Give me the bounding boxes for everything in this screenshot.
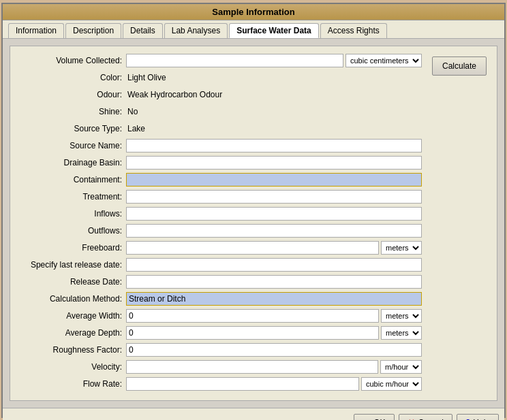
bottom-bar: ✔ OK ✖ Cancel ? Help [3,408,504,421]
velocity-label: Velocity: [17,362,126,372]
average-width-row: Average Width: meters feet [17,308,422,323]
flow-rate-input-group: cubic m/hour cubic ft/hour [126,377,422,391]
shine-value: No [126,107,422,116]
release-date-input[interactable] [126,275,422,289]
ok-button[interactable]: ✔ OK [354,414,394,421]
roughness-factor-label: Roughness Factor: [17,345,126,355]
drainage-basin-label: Drainage Basin: [17,158,126,167]
volume-collected-row: Volume Collected: cubic centimeters lite… [17,53,422,68]
cancel-button[interactable]: ✖ Cancel [399,414,452,421]
shine-label: Shine: [17,107,126,116]
help-icon: ? [465,418,470,421]
volume-collected-input[interactable] [126,54,343,67]
average-depth-label: Average Depth: [17,328,126,338]
source-name-row: Source Name: [17,138,422,153]
flow-rate-row: Flow Rate: cubic m/hour cubic ft/hour [17,376,422,391]
roughness-factor-row: Roughness Factor: [17,342,422,357]
tab-information[interactable]: Information [8,23,64,38]
tab-bar: Information Description Details Lab Anal… [3,20,504,39]
inflows-input[interactable] [126,207,422,221]
source-type-label: Source Type: [17,124,126,133]
color-row: Color: Light Olive [17,70,422,85]
average-depth-input[interactable] [126,326,379,340]
calculation-method-row: Calculation Method: [17,291,422,306]
source-type-value: Lake [126,124,422,133]
freeboard-row: Freeboard: meters feet [17,240,422,255]
average-depth-row: Average Depth: meters feet [17,325,422,340]
odour-label: Odour: [17,90,126,99]
ok-label: OK [373,418,385,421]
cancel-icon: ✖ [408,417,416,421]
tab-access-rights[interactable]: Access Rights [320,23,387,38]
flow-rate-label: Flow Rate: [17,379,126,389]
color-value: Light Olive [126,73,422,82]
calculation-method-label: Calculation Method: [17,294,126,304]
last-release-date-row: Specify last release date: [17,257,422,272]
cancel-label: Cancel [418,418,444,421]
window-title: Sample Information [212,7,294,17]
side-panel: Calculate [429,53,490,393]
outflows-input[interactable] [126,224,422,238]
help-label: Help [473,418,490,421]
freeboard-input-group: meters feet [126,241,422,255]
flow-rate-unit[interactable]: cubic m/hour cubic ft/hour [361,377,422,391]
ok-icon: ✔ [363,417,371,421]
flow-rate-input[interactable] [126,377,359,391]
main-window: Sample Information Information Descripti… [1,3,506,418]
average-depth-unit[interactable]: meters feet [381,326,422,340]
volume-collected-label: Volume Collected: [17,56,126,65]
source-name-label: Source Name: [17,141,126,150]
average-width-input-group: meters feet [126,309,422,323]
source-name-input[interactable] [126,139,422,152]
containment-label: Containment: [17,175,126,184]
freeboard-unit[interactable]: meters feet [381,241,422,255]
freeboard-label: Freeboard: [17,243,126,253]
roughness-factor-input[interactable] [126,343,422,357]
title-bar: Sample Information [3,4,504,20]
velocity-input[interactable] [126,360,378,374]
shine-row: Shine: No [17,104,422,119]
freeboard-input[interactable] [126,241,379,255]
calculation-method-input[interactable] [126,292,422,306]
help-button[interactable]: ? Help [457,414,499,421]
velocity-row: Velocity: m/hour ft/hour [17,359,422,374]
inflows-label: Inflows: [17,209,126,219]
treatment-row: Treatment: [17,189,422,204]
tab-surface-water-data[interactable]: Surface Water Data [229,23,319,38]
average-width-label: Average Width: [17,311,126,321]
drainage-basin-row: Drainage Basin: [17,155,422,170]
color-label: Color: [17,73,126,82]
content-area: Volume Collected: cubic centimeters lite… [3,39,504,408]
outflows-row: Outflows: [17,223,422,238]
average-depth-input-group: meters feet [126,326,422,340]
odour-row: Odour: Weak Hydrocarbon Odour [17,87,422,102]
odour-value: Weak Hydrocarbon Odour [126,90,422,99]
velocity-unit[interactable]: m/hour ft/hour [380,360,422,374]
form-panel: Volume Collected: cubic centimeters lite… [10,46,497,401]
velocity-input-group: m/hour ft/hour [126,360,422,374]
inflows-row: Inflows: [17,206,422,221]
source-type-row: Source Type: Lake [17,121,422,136]
containment-input[interactable] [126,173,422,187]
average-width-input[interactable] [126,309,379,323]
average-width-unit[interactable]: meters feet [381,309,422,323]
tab-lab-analyses[interactable]: Lab Analyses [164,23,228,38]
drainage-basin-input[interactable] [126,156,422,169]
calculate-button[interactable]: Calculate [432,56,487,76]
treatment-label: Treatment: [17,192,126,201]
containment-row: Containment: [17,172,422,187]
volume-collected-input-group: cubic centimeters liters gallons [126,54,422,67]
volume-collected-unit[interactable]: cubic centimeters liters gallons [345,54,422,67]
tab-details[interactable]: Details [123,23,163,38]
outflows-label: Outflows: [17,226,126,236]
release-date-label: Release Date: [17,277,126,287]
release-date-row: Release Date: [17,274,422,289]
last-release-date-label: Specify last release date: [17,260,126,270]
tab-description[interactable]: Description [65,23,121,38]
treatment-input[interactable] [126,190,422,204]
form-fields: Volume Collected: cubic centimeters lite… [17,53,422,393]
last-release-date-input[interactable] [126,258,422,272]
